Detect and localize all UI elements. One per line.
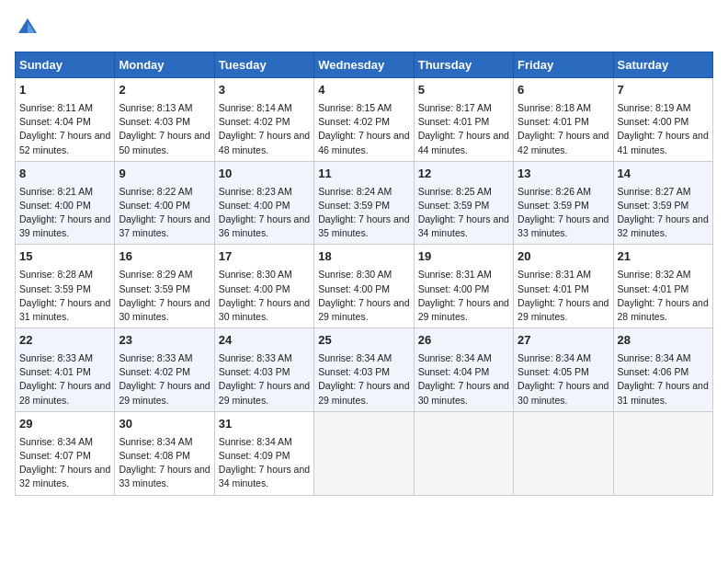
calendar-cell: 2Sunrise: 8:13 AMSunset: 4:03 PMDaylight… [115,78,214,162]
daylight: Daylight: 7 hours and 35 minutes. [318,213,409,238]
calendar-cell: 28Sunrise: 8:34 AMSunset: 4:06 PMDayligh… [613,328,712,412]
col-header-saturday: Saturday [613,52,712,78]
daylight: Daylight: 7 hours and 46 minutes. [318,130,409,155]
calendar-cell: 16Sunrise: 8:29 AMSunset: 3:59 PMDayligh… [115,245,214,328]
daylight: Daylight: 7 hours and 29 minutes. [518,297,609,322]
calendar-cell: 23Sunrise: 8:33 AMSunset: 4:02 PMDayligh… [115,328,214,412]
sunset: Sunset: 4:00 PM [618,116,689,127]
day-number: 10 [219,166,310,183]
sunset: Sunset: 4:03 PM [219,366,290,377]
sunrise: Sunrise: 8:11 AM [19,102,93,113]
calendar-cell: 18Sunrise: 8:30 AMSunset: 4:00 PMDayligh… [314,245,414,328]
day-number: 22 [19,332,110,350]
sunset: Sunset: 3:59 PM [119,283,190,294]
calendar-cell: 8Sunrise: 8:21 AMSunset: 4:00 PMDaylight… [16,161,115,245]
sunrise: Sunrise: 8:34 AM [318,352,392,363]
sunset: Sunset: 4:00 PM [119,200,190,211]
calendar-cell: 20Sunrise: 8:31 AMSunset: 4:01 PMDayligh… [514,245,613,328]
sunrise: Sunrise: 8:25 AM [418,186,492,197]
day-number: 17 [219,248,310,266]
sunrise: Sunrise: 8:17 AM [418,102,492,113]
sunset: Sunset: 4:00 PM [318,283,390,294]
sunrise: Sunrise: 8:34 AM [618,352,691,363]
sunset: Sunset: 4:02 PM [119,366,190,377]
col-header-friday: Friday [514,52,613,78]
day-number: 16 [119,248,210,266]
col-header-sunday: Sunday [16,52,115,78]
sunrise: Sunrise: 8:34 AM [119,436,192,447]
calendar-cell [414,411,513,495]
sunrise: Sunrise: 8:24 AM [318,186,392,197]
calendar-cell: 12Sunrise: 8:25 AMSunset: 3:59 PMDayligh… [414,161,513,245]
sunset: Sunset: 4:08 PM [119,450,190,461]
calendar-cell [514,411,613,495]
sunrise: Sunrise: 8:33 AM [119,352,192,363]
day-number: 26 [418,332,509,350]
daylight: Daylight: 7 hours and 36 minutes. [219,213,310,238]
sunrise: Sunrise: 8:27 AM [618,186,691,197]
sunset: Sunset: 4:02 PM [219,116,290,127]
day-number: 19 [418,248,509,266]
sunset: Sunset: 4:00 PM [219,200,290,211]
calendar-cell: 7Sunrise: 8:19 AMSunset: 4:00 PMDaylight… [613,78,712,162]
sunrise: Sunrise: 8:23 AM [219,186,292,197]
daylight: Daylight: 7 hours and 48 minutes. [219,130,310,155]
calendar-week-1: 1Sunrise: 8:11 AMSunset: 4:04 PMDaylight… [16,78,713,162]
daylight: Daylight: 7 hours and 32 minutes. [19,464,110,488]
calendar-cell: 25Sunrise: 8:34 AMSunset: 4:03 PMDayligh… [314,328,414,412]
calendar-cell: 29Sunrise: 8:34 AMSunset: 4:07 PMDayligh… [16,411,115,495]
daylight: Daylight: 7 hours and 41 minutes. [618,130,709,155]
daylight: Daylight: 7 hours and 29 minutes. [219,380,310,405]
sunset: Sunset: 4:06 PM [618,366,689,377]
sunset: Sunset: 4:00 PM [219,283,290,294]
calendar-cell [613,411,712,495]
sunrise: Sunrise: 8:22 AM [119,186,192,197]
calendar-cell: 19Sunrise: 8:31 AMSunset: 4:00 PMDayligh… [414,245,513,328]
daylight: Daylight: 7 hours and 28 minutes. [618,297,709,322]
day-number: 21 [618,248,709,266]
sunset: Sunset: 4:04 PM [19,116,91,127]
sunrise: Sunrise: 8:33 AM [19,352,93,363]
daylight: Daylight: 7 hours and 33 minutes. [518,213,609,238]
day-number: 1 [19,82,110,99]
sunrise: Sunrise: 8:18 AM [518,102,591,113]
sunrise: Sunrise: 8:30 AM [219,269,292,280]
sunset: Sunset: 4:09 PM [219,450,290,461]
day-number: 29 [19,416,110,433]
day-number: 3 [219,82,310,99]
daylight: Daylight: 7 hours and 29 minutes. [418,297,509,322]
daylight: Daylight: 7 hours and 33 minutes. [119,464,210,488]
day-number: 18 [318,248,409,266]
day-number: 2 [119,82,210,99]
sunset: Sunset: 4:07 PM [19,450,91,461]
daylight: Daylight: 7 hours and 34 minutes. [219,464,310,488]
sunrise: Sunrise: 8:14 AM [219,102,292,113]
sunrise: Sunrise: 8:33 AM [219,352,292,363]
day-number: 24 [219,332,310,350]
day-number: 6 [518,82,609,99]
sunrise: Sunrise: 8:15 AM [318,102,392,113]
day-number: 28 [618,332,709,350]
calendar-cell: 3Sunrise: 8:14 AMSunset: 4:02 PMDaylight… [214,78,313,162]
sunset: Sunset: 4:03 PM [318,366,390,377]
daylight: Daylight: 7 hours and 50 minutes. [119,130,210,155]
sunrise: Sunrise: 8:34 AM [518,352,591,363]
calendar-cell: 17Sunrise: 8:30 AMSunset: 4:00 PMDayligh… [214,245,313,328]
sunrise: Sunrise: 8:31 AM [418,269,492,280]
col-header-wednesday: Wednesday [314,52,414,78]
calendar-cell: 31Sunrise: 8:34 AMSunset: 4:09 PMDayligh… [214,411,313,495]
calendar-cell [314,411,414,495]
logo [15,15,44,40]
daylight: Daylight: 7 hours and 30 minutes. [119,297,210,322]
sunset: Sunset: 4:01 PM [518,116,589,127]
day-number: 14 [618,166,709,183]
col-header-monday: Monday [115,52,214,78]
sunrise: Sunrise: 8:34 AM [418,352,492,363]
day-number: 27 [518,332,609,350]
daylight: Daylight: 7 hours and 39 minutes. [19,213,110,238]
daylight: Daylight: 7 hours and 30 minutes. [518,380,609,405]
day-number: 11 [318,166,409,183]
sunset: Sunset: 3:59 PM [19,283,91,294]
calendar-week-2: 8Sunrise: 8:21 AMSunset: 4:00 PMDaylight… [16,161,713,245]
col-header-thursday: Thursday [414,52,513,78]
